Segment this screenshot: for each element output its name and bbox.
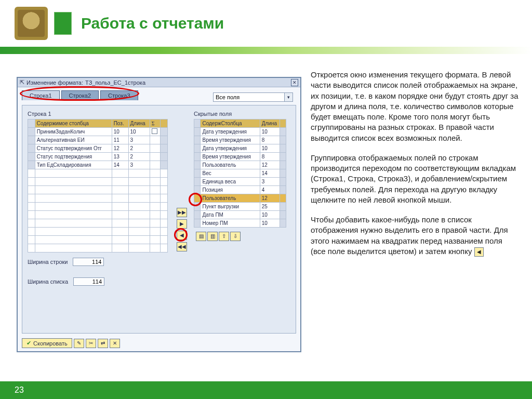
- col-sum[interactable]: Σ: [150, 119, 160, 128]
- dialog-title-value: ТЗ_польз_ЕС_1строка: [85, 79, 145, 86]
- tab-row3[interactable]: Строка3: [100, 90, 138, 100]
- list-width-label: Ширина списка: [28, 278, 68, 285]
- sort-tool-1[interactable]: ▤: [196, 232, 206, 241]
- page-number: 23: [15, 385, 24, 395]
- row-width-input[interactable]: [73, 258, 104, 266]
- tab-row1[interactable]: Строка1: [22, 90, 60, 100]
- all-fields-input[interactable]: [214, 93, 284, 101]
- tool-edit[interactable]: ✎: [74, 339, 84, 348]
- col-content[interactable]: Содержимое столбца: [35, 119, 112, 128]
- dialog-title-prefix: Изменение формата:: [26, 79, 83, 86]
- footer-bar: 23: [0, 381, 532, 399]
- sort-tool-2[interactable]: ▥: [207, 232, 218, 241]
- list-width-input[interactable]: [73, 277, 104, 286]
- col-len[interactable]: Длина: [128, 119, 150, 128]
- inline-move-left-icon: ◀: [474, 247, 484, 257]
- hidden-fields-table[interactable]: СодержСтолбца Длина Дата утверждения10 В…: [194, 119, 286, 228]
- col-pos[interactable]: Поз.: [112, 119, 128, 128]
- para-1: Откроется окно изменения текущего формат…: [311, 70, 518, 143]
- left-panel-title: Строка 1: [28, 111, 168, 117]
- dropdown-icon[interactable]: ▾: [284, 93, 292, 101]
- dialog-titlebar: ⇱ Изменение формата: ТЗ_польз_ЕС_1строка…: [18, 78, 300, 87]
- all-fields-combo[interactable]: ▾: [213, 92, 293, 102]
- para-3: Чтобы добавить какое-нибудь поле в списо…: [311, 215, 518, 257]
- description-text: Откроется окно изменения текущего формат…: [311, 70, 518, 266]
- move-all-left-button[interactable]: ◀◀: [177, 242, 187, 251]
- move-down-tool[interactable]: ⇩: [230, 232, 241, 241]
- crest-icon: [15, 7, 48, 40]
- col-content-r[interactable]: СодержСтолбца: [201, 119, 260, 128]
- header-accent: [54, 12, 72, 35]
- tool-cut[interactable]: ✂: [86, 339, 96, 348]
- move-left-button[interactable]: ◀: [177, 231, 187, 240]
- displayed-fields-table[interactable]: Содержимое столбца Поз. Длина Σ ПринимЗа…: [28, 119, 168, 252]
- move-all-right-button[interactable]: ▶▶: [177, 208, 187, 217]
- move-up-tool[interactable]: ⇧: [219, 232, 229, 241]
- tool-cancel[interactable]: ✕: [110, 339, 120, 348]
- tool-swap[interactable]: ⇄: [98, 339, 108, 348]
- header-stripe: [0, 47, 532, 54]
- row-width-label: Ширина строки: [28, 259, 68, 265]
- close-button[interactable]: ✕: [291, 79, 298, 86]
- move-right-button[interactable]: ▶: [177, 219, 187, 229]
- col-len-r[interactable]: Длина: [260, 119, 280, 128]
- dialog-icon: ⇱: [20, 79, 24, 86]
- check-icon: ✔: [26, 340, 31, 347]
- copy-button[interactable]: ✔ Скопировать: [22, 338, 72, 348]
- slide-title: Работа с отчетами: [81, 15, 224, 32]
- para-2: Группировка отображаемых полей по строка…: [311, 153, 518, 205]
- hidden-panel-title: Скрытые поля: [194, 111, 290, 117]
- format-change-dialog: ⇱ Изменение формата: ТЗ_польз_ЕС_1строка…: [17, 77, 301, 352]
- sum-checkbox[interactable]: [152, 128, 157, 134]
- tab-row2[interactable]: Строка2: [61, 90, 99, 100]
